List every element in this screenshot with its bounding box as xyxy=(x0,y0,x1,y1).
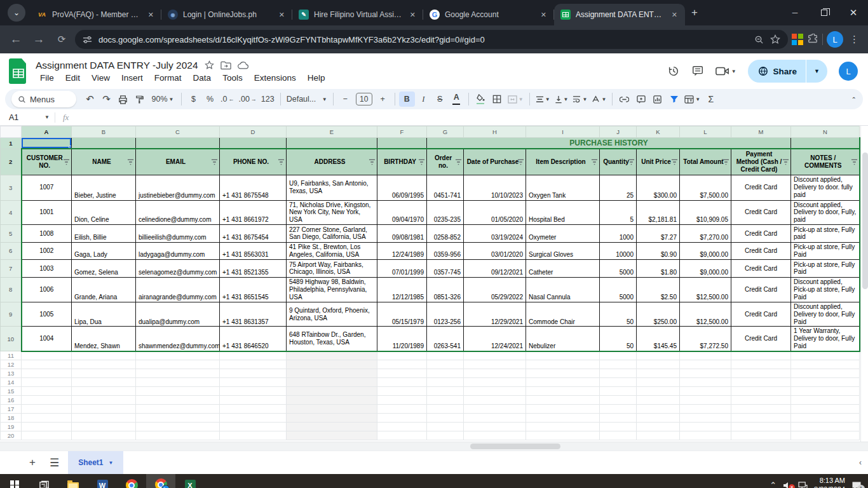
column-header-L[interactable]: L xyxy=(680,126,731,138)
version-history-icon[interactable] xyxy=(667,65,680,78)
column-header-G[interactable]: G xyxy=(427,126,464,138)
cell-r6c5[interactable]: 12/24/1989 xyxy=(377,242,427,259)
cell-empty[interactable] xyxy=(287,405,377,414)
cell-r4c2[interactable]: celinedione@dummy.com xyxy=(136,200,220,224)
borders-button[interactable] xyxy=(489,92,505,107)
cell-empty[interactable] xyxy=(600,360,637,369)
column-header-J[interactable]: J xyxy=(600,126,637,138)
cell-r4c6[interactable]: 0235-235 xyxy=(427,200,464,224)
cell-empty[interactable] xyxy=(220,396,287,405)
cell-empty[interactable] xyxy=(680,414,731,423)
star-icon[interactable] xyxy=(205,60,214,70)
word-button[interactable]: W xyxy=(88,474,117,488)
cell-empty[interactable] xyxy=(22,351,72,360)
cell-r10c11[interactable]: $7,272.50 xyxy=(680,327,731,351)
cell-r4c0[interactable]: 1001 xyxy=(22,200,72,224)
text-wrap-button[interactable]: ▼ xyxy=(571,92,589,107)
cell-r6c6[interactable]: 0359-956 xyxy=(427,242,464,259)
row-header-2[interactable]: 2 xyxy=(1,149,22,175)
column-header-A[interactable]: A xyxy=(22,126,72,138)
cell-r5c7[interactable]: 03/19/2024 xyxy=(464,224,526,242)
cell-empty[interactable] xyxy=(600,351,637,360)
cell-r10c13[interactable]: 1 Year Warranty, Delivery to door, Fully… xyxy=(791,327,860,351)
cell-empty[interactable] xyxy=(680,405,731,414)
cell-empty[interactable] xyxy=(637,405,680,414)
cell-r5c13[interactable]: Pick-up at store, Fully paid xyxy=(791,224,860,242)
cell-r4c10[interactable]: $2,181.81 xyxy=(637,200,680,224)
cell-r8c10[interactable]: $2.50 xyxy=(637,277,680,302)
horizontal-scroll-thumb[interactable] xyxy=(470,444,560,449)
cell-r6c10[interactable]: $0.90 xyxy=(637,242,680,259)
cell-empty[interactable] xyxy=(791,405,860,414)
cell-empty[interactable] xyxy=(526,431,600,440)
grid-row-15[interactable]: 15 xyxy=(1,387,860,396)
cell-empty[interactable] xyxy=(136,423,220,431)
column-title-12[interactable]: Payment Method (Cash / Credit Card) xyxy=(731,149,791,175)
all-sheets-button[interactable]: ☰ xyxy=(44,454,64,472)
cell-empty[interactable] xyxy=(22,378,72,387)
cell-r4c4[interactable]: 71, Nicholas Drive, Kingston, New York C… xyxy=(287,200,377,224)
column-title-1[interactable]: NAME xyxy=(72,149,136,175)
insert-chart-button[interactable] xyxy=(649,92,665,107)
cell-r8c5[interactable]: 12/12/1985 xyxy=(377,277,427,302)
chrome-profile-button[interactable]: L xyxy=(146,474,175,488)
cell-r10c12[interactable]: Credit Card xyxy=(731,327,791,351)
file-explorer-button[interactable] xyxy=(58,474,88,488)
cell-empty[interactable] xyxy=(72,387,136,396)
cell-r3c0[interactable]: 1007 xyxy=(22,175,72,200)
column-title-8[interactable]: Item Description xyxy=(526,149,600,175)
cell-r3c11[interactable]: $7,500.00 xyxy=(680,175,731,200)
cell-empty[interactable] xyxy=(526,405,600,414)
cell-empty[interactable] xyxy=(72,351,136,360)
column-header-H[interactable]: H xyxy=(464,126,526,138)
cell-empty[interactable] xyxy=(377,414,427,423)
cell-empty[interactable] xyxy=(526,423,600,431)
cell-empty[interactable] xyxy=(136,351,220,360)
redo-button[interactable]: ↷ xyxy=(98,92,114,107)
task-view-button[interactable] xyxy=(29,474,58,488)
cell-empty[interactable] xyxy=(22,387,72,396)
cell-r3c1[interactable]: Bieber, Justine xyxy=(72,175,136,200)
cell-row1[interactable] xyxy=(72,138,136,149)
cell-empty[interactable] xyxy=(22,405,72,414)
cell-empty[interactable] xyxy=(637,396,680,405)
italic-button[interactable]: I xyxy=(416,92,431,107)
cell-row1[interactable] xyxy=(136,138,220,149)
cell-r5c2[interactable]: billieeilish@dummy.com xyxy=(136,224,220,242)
cell-empty[interactable] xyxy=(600,396,637,405)
cell-r7c3[interactable]: +1 431 8521355 xyxy=(220,259,287,277)
column-title-0[interactable]: CUSTOMER NO. xyxy=(22,149,72,175)
restore-button[interactable] xyxy=(810,0,839,25)
cell-empty[interactable] xyxy=(377,387,427,396)
address-bar[interactable]: docs.google.com/spreadsheets/d/16clKyqit… xyxy=(75,30,788,49)
tab-close-icon[interactable]: ✕ xyxy=(407,10,418,20)
cell-empty[interactable] xyxy=(136,414,220,423)
cell-empty[interactable] xyxy=(377,360,427,369)
cell-r8c8[interactable]: Nasal Cannula xyxy=(526,277,600,302)
cell-r7c5[interactable]: 07/01/1999 xyxy=(377,259,427,277)
row-header-16[interactable]: 16 xyxy=(1,396,22,405)
cell-r4c7[interactable]: 01/05/2020 xyxy=(464,200,526,224)
browser-tab-4[interactable]: G Google Account ✕ xyxy=(423,4,554,25)
cell-r8c9[interactable]: 5000 xyxy=(600,277,637,302)
menu-tools[interactable]: Tools xyxy=(218,72,247,83)
tab-search-button[interactable]: ⌄ xyxy=(8,4,25,22)
cell-empty[interactable] xyxy=(287,351,377,360)
text-rotation-button[interactable]: ▼ xyxy=(590,92,608,107)
cell-r6c8[interactable]: Surgical Gloves xyxy=(526,242,600,259)
cell-N1[interactable] xyxy=(791,138,860,149)
cell-r8c2[interactable]: airanagrande@dummy.com xyxy=(136,277,220,302)
grid-row-6[interactable]: 61002Gaga, Ladyladygaga@dummy.com+1 431 … xyxy=(1,242,860,259)
meet-video-icon[interactable] xyxy=(715,65,729,77)
new-tab-button[interactable]: + xyxy=(685,4,704,25)
document-title[interactable]: Assignment DATA ENTRY -July 2024 xyxy=(36,60,198,71)
cell-empty[interactable] xyxy=(287,369,377,378)
cell-empty[interactable] xyxy=(464,369,526,378)
share-button[interactable]: Share xyxy=(748,60,806,83)
vertical-align-button[interactable]: ▼ xyxy=(553,92,571,107)
cell-r6c9[interactable]: 10000 xyxy=(600,242,637,259)
column-header-E[interactable]: E xyxy=(287,126,377,138)
grid-row-1[interactable]: 1PURCHASE HISTORY xyxy=(1,138,860,149)
add-sheet-button[interactable]: + xyxy=(24,454,41,471)
cell-r7c10[interactable]: $1.80 xyxy=(637,259,680,277)
